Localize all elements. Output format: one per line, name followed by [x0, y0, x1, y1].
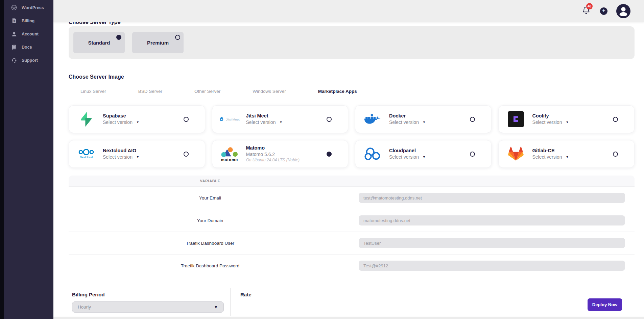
- svg-text:$: $: [13, 20, 15, 23]
- app-version-select[interactable]: Select version ▼: [389, 154, 426, 160]
- nextcloud-logo: Nextcloud: [76, 148, 96, 160]
- app-card-docker[interactable]: Docker Select version ▼: [355, 105, 492, 133]
- choose-server-image-heading: Choose Server Image: [69, 74, 124, 80]
- app-card-nextcloud-aio[interactable]: Nextcloud Nextcloud AIO Select version ▼: [69, 140, 205, 168]
- app-card-cloudpanel[interactable]: Cloudpanel Select version ▼: [355, 140, 492, 168]
- deploy-now-button[interactable]: Deploy Now: [588, 298, 622, 311]
- app-version-select[interactable]: Select version ▼: [532, 154, 569, 160]
- app-version-label: Select version: [532, 154, 562, 160]
- app-radio[interactable]: [613, 152, 618, 157]
- app-name: Matomo: [246, 145, 300, 151]
- avatar[interactable]: [616, 4, 630, 18]
- server-type-options: Standard Premium: [69, 26, 635, 53]
- choose-server-type-heading: Choose Server Type: [69, 22, 121, 25]
- supabase-logo: [76, 111, 96, 128]
- svg-text:matomo: matomo: [221, 158, 238, 162]
- input-traefik-dashboard-password[interactable]: [359, 261, 625, 271]
- tab-linux-server[interactable]: Linux Server: [80, 89, 106, 94]
- app-os-label: On Ubuntu 24.04 LTS (Noble): [246, 158, 300, 163]
- app-name: Coolify: [532, 113, 569, 119]
- variable-label: Traefik Dashboard Password: [69, 263, 352, 268]
- sidebar-item-wordpress[interactable]: WordPress: [4, 1, 53, 14]
- sidebar-nav: WordPress $ Billing Account Docs Support: [4, 0, 53, 67]
- app-card-matomo[interactable]: matomo Matomo Matomo 5.6.2 On Ubuntu 24.…: [212, 140, 349, 168]
- chevron-down-icon: ▼: [136, 121, 139, 125]
- variables-table: VARIABLE Your Email Your Domain Traefik …: [69, 176, 635, 277]
- app-name: Cloudpanel: [389, 148, 426, 154]
- gitlab-logo: [506, 147, 526, 161]
- variable-label: Traefik Dashboard User: [69, 241, 352, 246]
- apps-grid: Supabase Select version ▼ Jitsi Meet Jit…: [69, 105, 635, 168]
- server-type-radio[interactable]: [116, 35, 121, 40]
- chevron-down-icon: ▼: [423, 155, 426, 159]
- wordpress-icon: [11, 5, 17, 10]
- sidebar-item-billing[interactable]: $ Billing: [4, 14, 53, 27]
- input-your-domain[interactable]: [359, 215, 625, 225]
- app-version-select[interactable]: Select version ▼: [389, 119, 426, 125]
- screen: WordPress $ Billing Account Docs Support: [0, 0, 644, 319]
- chevron-down-icon: ▼: [214, 304, 218, 310]
- app-radio[interactable]: [184, 117, 189, 122]
- rate-label: Rate: [240, 292, 252, 297]
- add-button[interactable]: +: [600, 7, 607, 15]
- chevron-down-icon: ▼: [566, 121, 569, 125]
- app-version-select[interactable]: Select version ▼: [103, 154, 139, 160]
- tab-bsd-server[interactable]: BSD Server: [138, 89, 162, 94]
- server-type-standard[interactable]: Standard: [73, 32, 125, 53]
- tab-marketplace-apps[interactable]: Marketplace Apps: [318, 89, 357, 94]
- app-card-gitlab-ce[interactable]: Gitlab-CE Select version ▼: [498, 140, 635, 168]
- plus-icon: +: [602, 8, 605, 14]
- app-radio[interactable]: [470, 117, 475, 122]
- billing-period-select[interactable]: Hourly ▼: [72, 301, 224, 313]
- app-radio[interactable]: [470, 152, 475, 157]
- chevron-down-icon: ▼: [136, 155, 139, 159]
- app-radio[interactable]: [327, 117, 332, 122]
- tab-windows-server[interactable]: Windows Server: [253, 89, 286, 94]
- app-card-jitsi-meet[interactable]: Jitsi Meet Jitsi Meet Select version ▼: [212, 105, 349, 133]
- app-version-label: Select version: [246, 119, 276, 125]
- app-radio[interactable]: [613, 117, 618, 122]
- svg-text:Nextcloud: Nextcloud: [80, 156, 93, 159]
- app-radio[interactable]: [327, 152, 332, 157]
- app-version-select[interactable]: Select version ▼: [532, 119, 569, 125]
- billing-icon: $: [11, 18, 17, 24]
- app-card-supabase[interactable]: Supabase Select version ▼: [69, 105, 205, 133]
- sidebar-item-docs[interactable]: Docs: [4, 41, 53, 54]
- server-type-premium[interactable]: Premium: [132, 32, 184, 53]
- app-name: Nextcloud AIO: [103, 148, 139, 154]
- chevron-down-icon: ▼: [423, 121, 426, 125]
- sidebar: WordPress $ Billing Account Docs Support: [4, 0, 53, 319]
- server-image-tabs: Linux ServerBSD ServerOther ServerWindow…: [80, 89, 357, 94]
- notifications-button[interactable]: 48: [582, 6, 591, 16]
- app-version-label: Matomo 5.6.2: [246, 151, 275, 157]
- docker-logo: [363, 112, 382, 126]
- server-type-option-label: Premium: [147, 40, 169, 46]
- sidebar-item-account[interactable]: Account: [4, 27, 53, 41]
- input-your-email[interactable]: [359, 193, 625, 203]
- app-version-label: Select version: [389, 119, 419, 125]
- variable-row: Traefik Dashboard User: [69, 232, 635, 255]
- app-version-label: Select version: [103, 154, 133, 160]
- notification-badge: 48: [586, 3, 593, 9]
- app-version-label: Select version: [389, 154, 419, 160]
- sidebar-item-label: Support: [22, 58, 38, 63]
- app-version-select[interactable]: Select version ▼: [246, 119, 283, 125]
- input-traefik-dashboard-user[interactable]: [359, 238, 625, 248]
- cloudpanel-logo: [363, 147, 382, 161]
- bottom-band: [53, 317, 644, 319]
- avatar-icon: [616, 4, 630, 18]
- app-version-select[interactable]: Select version ▼: [103, 119, 139, 125]
- matomo-logo: matomo: [220, 145, 239, 162]
- server-type-option-label: Standard: [88, 40, 110, 46]
- sidebar-item-support[interactable]: Support: [4, 54, 53, 67]
- tab-other-server[interactable]: Other Server: [194, 89, 220, 94]
- account-icon: [11, 31, 17, 37]
- app-card-coolify[interactable]: Coolify Select version ▼: [498, 105, 635, 133]
- app-name: Docker: [389, 113, 426, 119]
- chevron-down-icon: ▼: [279, 121, 282, 125]
- server-type-radio[interactable]: [175, 35, 180, 40]
- variable-label: Your Domain: [69, 218, 352, 223]
- app-radio[interactable]: [184, 152, 189, 157]
- variable-row: Traefik Dashboard Password: [69, 255, 635, 277]
- window-edge: [0, 0, 4, 319]
